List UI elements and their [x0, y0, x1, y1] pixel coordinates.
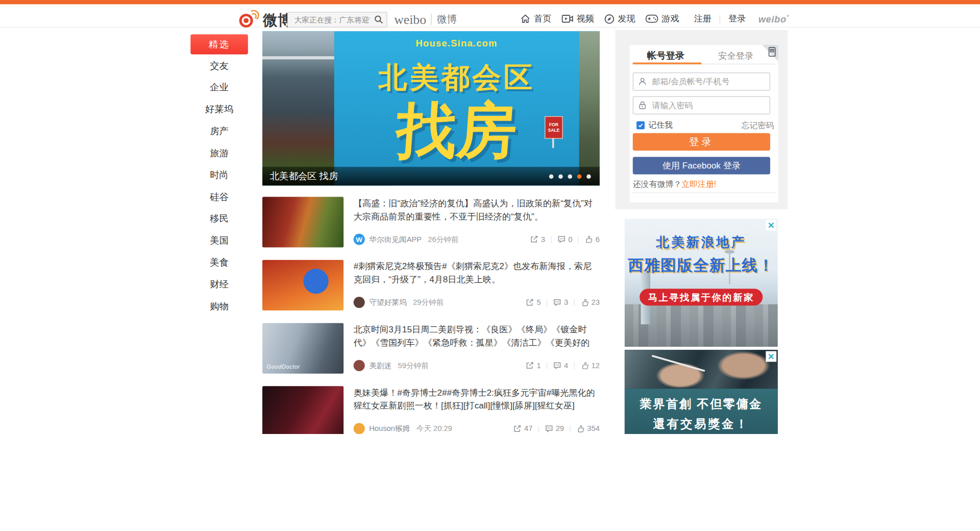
login-link[interactable]: 登录: [728, 13, 746, 25]
nav-video[interactable]: 视频: [561, 13, 594, 25]
sidebar-item-travel[interactable]: 旅游: [190, 142, 248, 164]
carousel-dots: [549, 174, 591, 179]
like-action[interactable]: 23: [580, 298, 599, 307]
ad-cta-button[interactable]: 马上寻找属于你的新家: [640, 288, 763, 305]
avatar[interactable]: [354, 423, 365, 434]
repost-action[interactable]: 3: [530, 235, 545, 244]
register-now-link[interactable]: 立即注册!: [681, 179, 716, 188]
avatar[interactable]: W: [354, 234, 365, 245]
sidebar-item-business[interactable]: 企业: [190, 76, 248, 98]
sidebar-item-siliconvalley[interactable]: 硅谷: [190, 185, 248, 207]
sidebar-item-finance[interactable]: 财经: [190, 273, 248, 295]
register-link[interactable]: 注册: [694, 13, 712, 25]
nav-games[interactable]: 游戏: [645, 13, 679, 25]
post-time: 29分钟前: [413, 297, 444, 308]
feed-post: #刺猬索尼克2终极预告#《刺猬索尼克2》也发布新海报，索尼克回归，“升级了”，4…: [262, 260, 600, 310]
comment-action[interactable]: 29: [545, 424, 564, 433]
post-text[interactable]: 奥妹美爆！#奇异博士2##奇异博士2:疯狂多元宇宙#曝光黑化的猩红女巫新剧照一枚…: [354, 386, 600, 412]
nav-discover[interactable]: 发现: [604, 13, 635, 25]
carousel-dot-active[interactable]: [577, 174, 582, 179]
comment-action[interactable]: 3: [553, 298, 568, 307]
sidebar-item-shopping[interactable]: 购物: [190, 295, 248, 317]
post-text[interactable]: 【高盛：旧“政治”经济的复仇】高盛认为，旧政策的新“复仇”对大宗商品前景的重要性…: [354, 197, 600, 223]
sidebar-item-food[interactable]: 美食: [190, 251, 248, 273]
like-action[interactable]: 6: [584, 235, 600, 244]
post-text[interactable]: 北京时间3月15日周二美剧导视：《良医》《终局》《镀金时代》《雪国列车》《紧急呼…: [354, 323, 600, 349]
home-icon: [520, 13, 531, 25]
password-input[interactable]: [651, 98, 767, 113]
facebook-login-button[interactable]: 使用 Facebook 登录: [633, 157, 770, 174]
post-author[interactable]: 守望好莱坞: [369, 297, 406, 308]
hero-carousel[interactable]: House.Sina.com 北美都会区 找房 FOR SALE 北美都会区 找…: [262, 31, 600, 185]
qr-login-icon[interactable]: [768, 47, 776, 57]
post-time: 26分钟前: [428, 234, 458, 245]
avatar[interactable]: [354, 297, 365, 308]
like-icon: [584, 235, 593, 244]
login-card: 帐号登录 安全登录 记住我 忘记密码 登录 使用 Facebook 登录 还没有…: [630, 45, 778, 202]
weibo-wordmark: weibo 微博: [394, 12, 457, 26]
carousel-dot[interactable]: [558, 174, 563, 179]
ad-line-2: 還有交易獎金！: [625, 416, 778, 432]
repost-action[interactable]: 1: [526, 361, 541, 370]
comment-icon: [545, 424, 553, 433]
post-thumbnail[interactable]: [262, 386, 344, 434]
sidebar-item-usa[interactable]: 美国: [190, 229, 248, 251]
repost-icon: [513, 424, 522, 433]
ad-sogotrade[interactable]: 業界首創 不但零傭金 還有交易獎金！ 股票 期權 ETFs 智能投顧 加密貨幣 …: [625, 350, 778, 434]
feed-post: GoodDoctor 北京时间3月15日周二美剧导视：《良医》《终局》《镀金时代…: [262, 323, 600, 374]
sidebar-item-featured[interactable]: 精选: [190, 34, 248, 54]
category-sidebar: 精选 交友 企业 好莱坞 房产 旅游 时尚 硅谷 移民 美国 美食 财经 购物: [190, 34, 248, 317]
like-action[interactable]: 354: [576, 424, 600, 433]
ad-line-1: 業界首創 不但零傭金: [625, 396, 778, 413]
ad-close-button[interactable]: [766, 351, 776, 362]
active-tab-underline: [633, 62, 702, 64]
username-input[interactable]: [651, 74, 767, 89]
comment-action[interactable]: 0: [557, 235, 572, 244]
search-box[interactable]: [287, 12, 387, 28]
post-author[interactable]: Houson猴姆: [369, 423, 410, 434]
post-thumbnail[interactable]: GoodDoctor: [262, 323, 344, 374]
forgot-password-link[interactable]: 忘记密码: [742, 120, 774, 131]
feed-post: 【高盛：旧“政治”经济的复仇】高盛认为，旧政策的新“复仇”对大宗商品前景的重要性…: [262, 197, 600, 247]
signup-row: 还没有微博？立即注册!: [633, 179, 717, 190]
nav-home[interactable]: 首页: [520, 13, 551, 25]
carousel-dot[interactable]: [568, 174, 572, 179]
sidebar-item-hollywood[interactable]: 好莱坞: [190, 98, 248, 120]
remember-checkbox[interactable]: [636, 121, 645, 129]
sidebar-item-immigration[interactable]: 移民: [190, 207, 248, 229]
repost-icon: [526, 361, 534, 370]
sidebar-item-dating[interactable]: 交友: [190, 54, 248, 76]
comment-icon: [557, 235, 566, 244]
weibo-logo[interactable]: 微博: [239, 11, 293, 29]
post-author[interactable]: 华尔街见闻APP: [369, 234, 422, 245]
close-icon: [768, 222, 774, 228]
like-action[interactable]: 12: [580, 361, 599, 370]
sidebar-item-fashion[interactable]: 时尚: [190, 164, 248, 186]
page: 微博 weibo 微博 首页 视频 发现: [0, 0, 980, 434]
tab-account-login[interactable]: 帐号登录: [641, 50, 691, 62]
tab-safe-login[interactable]: 安全登录: [711, 51, 761, 62]
repost-action[interactable]: 5: [526, 298, 541, 307]
password-field[interactable]: [633, 96, 770, 114]
sidebar-item-realestate[interactable]: 房产: [190, 120, 248, 142]
carousel-dot[interactable]: [586, 174, 591, 179]
ad-close-button[interactable]: [766, 220, 776, 231]
remember-me[interactable]: 记住我: [633, 119, 673, 131]
post-thumbnail[interactable]: [262, 260, 344, 310]
post-thumbnail[interactable]: [262, 197, 344, 247]
carousel-dot[interactable]: [549, 174, 554, 179]
brand-cn: 微博: [437, 13, 457, 26]
carousel-photo-strip: [579, 31, 599, 185]
post-time: 59分钟前: [398, 360, 429, 371]
post-author[interactable]: 美剧迷: [369, 360, 391, 371]
ad-sina-realestate[interactable]: 北美新浪地产 西雅图版全新上线！ 马上寻找属于你的新家: [625, 219, 778, 347]
repost-action[interactable]: 47: [513, 424, 532, 433]
search-icon[interactable]: [374, 14, 384, 25]
post-text[interactable]: #刺猬索尼克2终极预告#《刺猬索尼克2》也发布新海报，索尼克回归，“升级了”，4…: [354, 260, 600, 286]
username-field[interactable]: [633, 73, 770, 90]
comment-action[interactable]: 4: [553, 361, 568, 370]
avatar[interactable]: [354, 360, 365, 371]
search-input[interactable]: [293, 13, 372, 27]
like-icon: [576, 424, 584, 433]
login-button[interactable]: 登录: [633, 133, 770, 151]
